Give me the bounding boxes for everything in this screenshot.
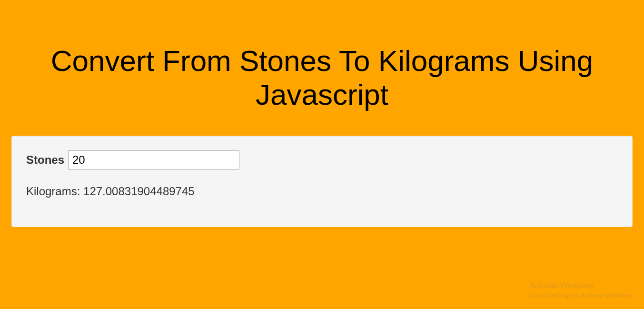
- stones-input[interactable]: [68, 150, 239, 169]
- page-title: Convert From Stones To Kilograms Using J…: [10, 44, 634, 112]
- kilograms-result: Kilograms: 127.00831904489745: [26, 185, 618, 198]
- watermark-line1: Activate Windows: [529, 280, 634, 291]
- windows-activation-watermark: Activate Windows Go to Settings to activ…: [529, 280, 634, 299]
- stones-input-row: Stones: [26, 150, 618, 169]
- watermark-line2: Go to Settings to activate Windows.: [529, 291, 634, 299]
- stones-label: Stones: [26, 153, 64, 167]
- converter-panel: Stones Kilograms: 127.00831904489745: [11, 136, 633, 227]
